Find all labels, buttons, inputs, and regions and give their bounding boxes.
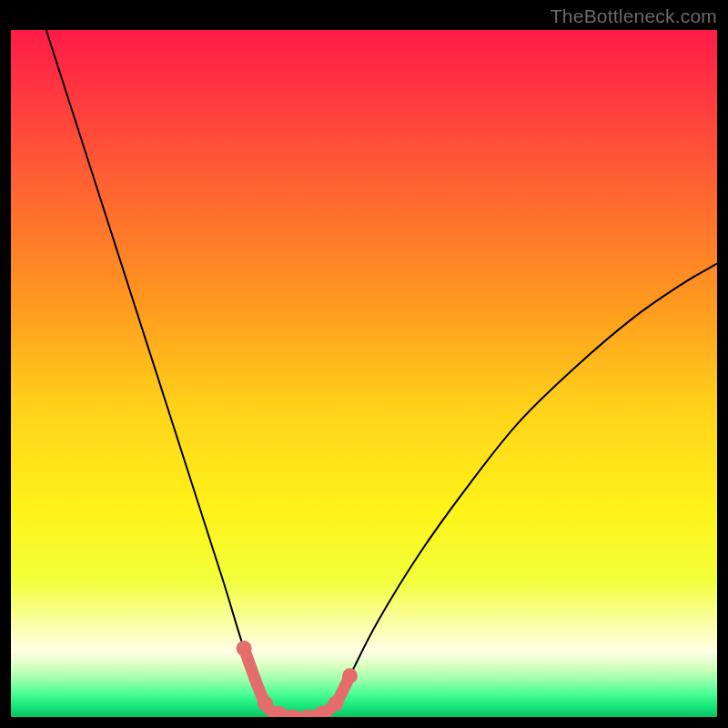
watermark-text: TheBottleneck.com (551, 5, 717, 27)
optimal-range-marker (328, 695, 343, 711)
bottleneck-chart (11, 30, 717, 717)
optimal-range-marker (342, 668, 358, 683)
optimal-range-marker (258, 695, 273, 711)
chart-frame: TheBottleneck.com (0, 0, 728, 728)
optimal-range-marker (237, 641, 252, 656)
plot-background (11, 30, 717, 717)
